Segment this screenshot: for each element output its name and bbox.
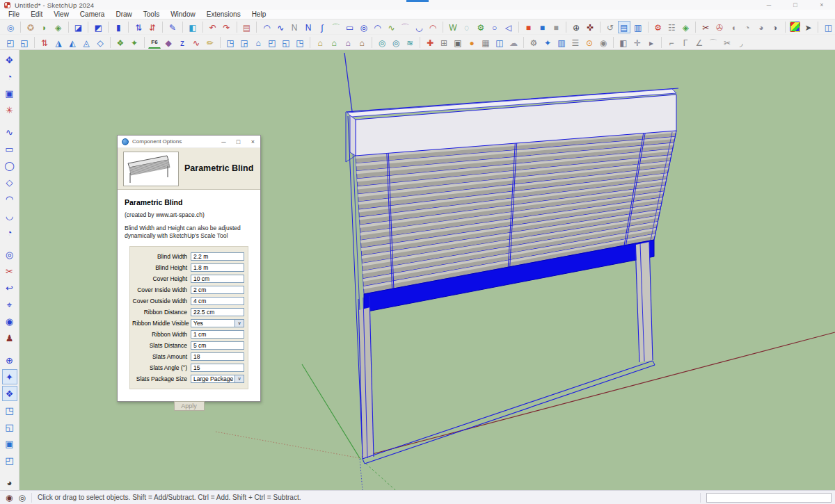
tool-icon[interactable]: ▣ bbox=[452, 36, 464, 49]
tool-icon[interactable]: W bbox=[447, 21, 459, 33]
tool-icon[interactable]: ▸ bbox=[645, 36, 658, 49]
menu-item-extensions[interactable]: Extensions bbox=[201, 10, 246, 19]
param-input-blind-width[interactable]: 2.2 m bbox=[191, 252, 244, 261]
tool-icon[interactable]: ◧ bbox=[186, 21, 199, 33]
tool-icon[interactable]: ◞ bbox=[735, 36, 747, 49]
text-tool-icon[interactable]: ▣ bbox=[2, 86, 17, 101]
tool-icon[interactable]: ◳ bbox=[224, 36, 237, 49]
maximize-button[interactable]: □ bbox=[782, 0, 809, 10]
parametric-blind-model[interactable] bbox=[346, 88, 678, 464]
tool-icon[interactable]: ◎ bbox=[376, 36, 388, 49]
tool-icon[interactable]: ⌂ bbox=[328, 36, 340, 49]
tool-icon[interactable]: ◆ bbox=[162, 36, 175, 49]
tool-icon[interactable]: ⊙ bbox=[583, 36, 596, 49]
tool-icon[interactable]: ☷ bbox=[666, 21, 678, 33]
tool-icon[interactable]: ● bbox=[466, 36, 478, 49]
tool-icon[interactable]: ⊞ bbox=[438, 36, 450, 49]
pie-tool-icon[interactable]: ◔ bbox=[2, 225, 17, 240]
orbit-tool-icon[interactable]: ⊕ bbox=[2, 352, 17, 368]
move-tool-icon[interactable]: ✳ bbox=[2, 102, 17, 117]
tool-icon[interactable]: ◁ bbox=[502, 21, 515, 33]
tool-icon[interactable]: ◔ bbox=[741, 21, 754, 33]
tool-icon[interactable]: N bbox=[288, 21, 301, 33]
select-icon[interactable]: ◪ bbox=[72, 21, 85, 33]
tool-icon[interactable]: ✇ bbox=[713, 21, 726, 33]
tool-icon[interactable]: ∫ bbox=[316, 21, 328, 33]
tool-icon[interactable]: ↺ bbox=[604, 21, 617, 33]
gray-box-icon[interactable]: ■ bbox=[550, 21, 562, 33]
tool-icon[interactable]: z bbox=[176, 36, 189, 49]
tool-icon[interactable]: Γ bbox=[679, 36, 692, 49]
cursor-icon[interactable]: ➤ bbox=[802, 21, 815, 33]
tool-icon[interactable]: ▤ bbox=[618, 21, 630, 33]
param-input-cover-outside-width[interactable]: 4 cm bbox=[191, 297, 244, 305]
tool-icon[interactable]: ◮ bbox=[52, 36, 65, 49]
tool-icon[interactable]: ✦ bbox=[541, 36, 554, 49]
color-palette-icon[interactable] bbox=[790, 22, 800, 32]
tool-icon[interactable]: N bbox=[302, 21, 315, 33]
tool-icon[interactable]: ▭ bbox=[344, 21, 356, 33]
tool-icon[interactable]: ◑ bbox=[769, 21, 781, 33]
tool-icon[interactable]: ◎ bbox=[358, 21, 370, 33]
param-input-cover-inside-width[interactable]: 2 cm bbox=[191, 286, 244, 294]
tool-icon[interactable]: ◳ bbox=[294, 36, 306, 49]
freehand-tool-icon[interactable]: ∿ bbox=[2, 124, 17, 140]
tool-icon[interactable]: ✦ bbox=[128, 36, 141, 49]
tool-icon[interactable]: ◈ bbox=[679, 21, 692, 33]
menu-item-camera[interactable]: Camera bbox=[74, 10, 111, 19]
f6-tool-icon[interactable]: F6 bbox=[148, 36, 161, 49]
tool-icon[interactable]: ◫ bbox=[493, 36, 506, 49]
tool-icon[interactable]: ⌐ bbox=[665, 36, 678, 49]
param-input-slats-amount[interactable]: 18 bbox=[191, 352, 244, 361]
scale-tool-icon[interactable]: ✂ bbox=[2, 263, 17, 279]
tool-icon[interactable]: ⇵ bbox=[146, 21, 159, 33]
eraser-tool-icon[interactable]: ◔ bbox=[2, 69, 17, 84]
rectangle-tool-icon[interactable]: ▭ bbox=[2, 141, 17, 156]
param-input-blind-height[interactable]: 1.8 m bbox=[191, 263, 244, 272]
param-input-ribbon-middle-visible[interactable]: Yes∨ bbox=[191, 319, 244, 327]
location-pin-icon[interactable]: ◎ bbox=[4, 21, 17, 33]
menu-item-tools[interactable]: Tools bbox=[138, 10, 165, 19]
tool-icon[interactable]: ▥ bbox=[555, 36, 568, 49]
param-input-slats-package-size[interactable]: Large Package∨ bbox=[191, 375, 244, 383]
zoom-extents-icon[interactable]: ❖ bbox=[2, 386, 17, 401]
globe-icon[interactable]: ◕ bbox=[2, 475, 17, 490]
dropdown-arrow-icon[interactable]: ∨ bbox=[234, 375, 244, 382]
tool-icon[interactable]: ☁ bbox=[507, 36, 520, 49]
blue-box-icon[interactable]: ■ bbox=[536, 21, 548, 33]
arc-tool-icon[interactable]: ◠ bbox=[2, 191, 17, 206]
tool-icon[interactable]: ◎ bbox=[390, 36, 402, 49]
walk-tool-icon[interactable]: ♟ bbox=[2, 330, 17, 346]
tool-icon[interactable]: ⌒ bbox=[330, 21, 342, 33]
tool-icon[interactable]: ◱ bbox=[280, 36, 292, 49]
gear-icon[interactable]: ⚙ bbox=[652, 21, 665, 33]
tool-icon[interactable]: ☰ bbox=[569, 36, 582, 49]
tool-icon[interactable]: ◬ bbox=[80, 36, 93, 49]
tool-icon[interactable]: ◖ bbox=[727, 21, 740, 33]
tool-icon[interactable]: ▤ bbox=[241, 21, 253, 33]
tool-icon[interactable]: ⌂ bbox=[356, 36, 368, 49]
tool-icon[interactable]: ▮ bbox=[112, 21, 125, 33]
tool-icon[interactable]: ▣ bbox=[2, 436, 17, 451]
tool-icon[interactable]: ✏ bbox=[204, 36, 216, 49]
measurements-input[interactable] bbox=[706, 493, 832, 503]
param-input-slats-angle[interactable]: 15 bbox=[191, 364, 244, 372]
geolocation-icon[interactable]: ◉ bbox=[6, 491, 13, 504]
pan-tool-icon[interactable]: ✦ bbox=[2, 369, 17, 384]
tool-icon[interactable]: ◠ bbox=[260, 21, 273, 33]
tool-icon[interactable]: ◱ bbox=[2, 419, 17, 434]
dropdown-arrow-icon[interactable]: ∨ bbox=[234, 320, 244, 327]
tool-icon[interactable]: ✜ bbox=[584, 21, 596, 33]
redo-icon[interactable]: ↷ bbox=[221, 21, 233, 33]
tool-icon[interactable]: ❖ bbox=[114, 36, 127, 49]
select-tool-icon[interactable]: ✥ bbox=[2, 52, 17, 67]
tool-icon[interactable]: ◕ bbox=[755, 21, 768, 33]
tool-icon[interactable]: ○ bbox=[488, 21, 501, 33]
tool-icon[interactable]: ⇅ bbox=[132, 21, 145, 33]
tool-icon[interactable]: ⌂ bbox=[252, 36, 264, 49]
tool-icon[interactable]: ⌒ bbox=[707, 36, 719, 49]
zoom-tool-icon[interactable]: ◎ bbox=[2, 247, 17, 262]
tool-icon[interactable]: ◭ bbox=[66, 36, 79, 49]
param-input-slats-distance[interactable]: 5 cm bbox=[191, 341, 244, 350]
tool-icon[interactable]: ◰ bbox=[4, 36, 17, 49]
